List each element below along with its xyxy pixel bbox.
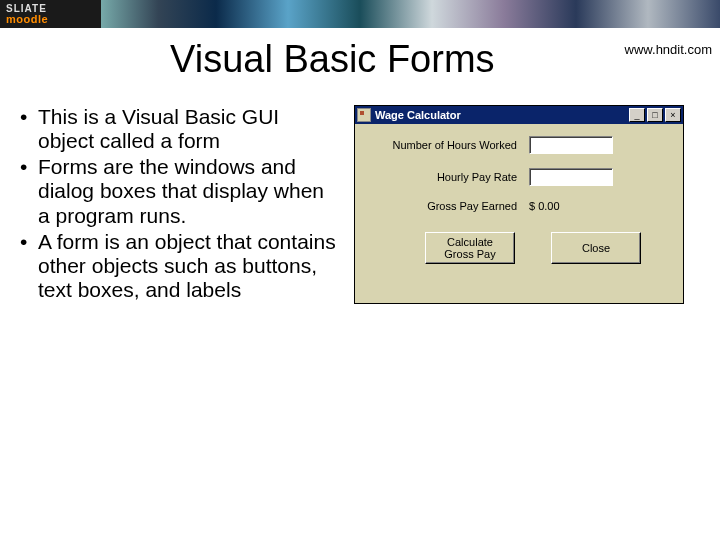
label-gross: Gross Pay Earned xyxy=(369,200,529,212)
app-icon xyxy=(357,108,371,122)
close-button[interactable]: Close xyxy=(551,232,641,264)
row-hours: Number of Hours Worked xyxy=(369,136,669,154)
label-rate: Hourly Pay Rate xyxy=(369,171,529,183)
window-controls: _ □ × xyxy=(629,108,681,122)
banner-line2: moodle xyxy=(6,14,48,25)
input-hours[interactable] xyxy=(529,136,613,154)
titlebar[interactable]: Wage Calculator _ □ × xyxy=(355,106,683,124)
site-url: www.hndit.com xyxy=(625,34,712,57)
row-gross: Gross Pay Earned $ 0.00 xyxy=(369,200,669,212)
close-window-button[interactable]: × xyxy=(665,108,681,122)
slide-title: Visual Basic Forms xyxy=(0,34,625,81)
banner-line1: SLIATE xyxy=(6,4,48,14)
bullet-item: This is a Visual Basic GUI object called… xyxy=(20,105,340,153)
content-row: This is a Visual Basic GUI object called… xyxy=(0,81,720,304)
bullet-item: A form is an object that contains other … xyxy=(20,230,340,302)
maximize-button[interactable]: □ xyxy=(647,108,663,122)
window-title: Wage Calculator xyxy=(375,109,629,121)
form-body: Number of Hours Worked Hourly Pay Rate G… xyxy=(355,124,683,278)
vb-form-window: Wage Calculator _ □ × Number of Hours Wo… xyxy=(354,105,684,304)
button-row: Calculate Gross Pay Close xyxy=(369,226,669,264)
minimize-button[interactable]: _ xyxy=(629,108,645,122)
header-row: Visual Basic Forms www.hndit.com xyxy=(0,28,720,81)
banner-logo: SLIATE moodle xyxy=(0,4,48,25)
input-rate[interactable] xyxy=(529,168,613,186)
top-banner: SLIATE moodle xyxy=(0,0,720,28)
value-gross: $ 0.00 xyxy=(529,200,560,212)
bullet-list: This is a Visual Basic GUI object called… xyxy=(20,105,340,304)
bullet-item: Forms are the windows and dialog boxes t… xyxy=(20,155,340,227)
label-hours: Number of Hours Worked xyxy=(369,139,529,151)
row-rate: Hourly Pay Rate xyxy=(369,168,669,186)
calculate-button[interactable]: Calculate Gross Pay xyxy=(425,232,515,264)
